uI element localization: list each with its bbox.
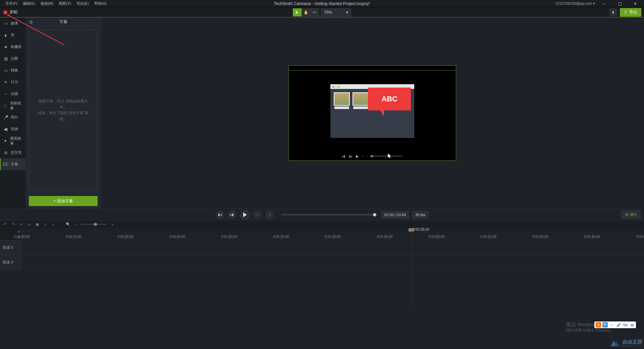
- copy-button[interactable]: ▭: [27, 222, 32, 227]
- marker-button[interactable]: ▪: [51, 222, 56, 227]
- ruler-tick-label: 0:00:00;00: [14, 235, 30, 239]
- sidebar-label: 旁白: [11, 115, 18, 120]
- split-button[interactable]: ⫽: [43, 222, 48, 227]
- zoom-out-button[interactable]: −: [73, 222, 78, 227]
- traffic-red-icon: [332, 86, 334, 88]
- mini-prev-frame[interactable]: ◂▮: [342, 154, 345, 158]
- crop-tool[interactable]: ✂: [310, 8, 319, 16]
- hand-tool[interactable]: ✋: [302, 8, 310, 16]
- sidebar-item-audio-effects[interactable]: ◀)音效: [0, 123, 26, 135]
- sidebar-item-media[interactable]: ▭媒体: [0, 17, 26, 29]
- sidebar-label: 行为: [11, 80, 18, 85]
- window-minimize-button[interactable]: ─: [598, 0, 610, 7]
- track-body-5[interactable]: [22, 240, 644, 255]
- mini-play[interactable]: ▶: [356, 154, 359, 158]
- export-button[interactable]: ⇧ 导出: [620, 8, 641, 17]
- menu-modify[interactable]: 修改(M): [38, 1, 56, 6]
- captions-dropzone[interactable]: 创建字幕，导入 或拖放标题文件。 或者，单击下面的"添加字幕"按钮。: [29, 30, 98, 191]
- sidebar-item-annotations[interactable]: ▤注释: [0, 53, 26, 64]
- user-account[interactable]: 2215788156@qq.com ▾: [556, 1, 595, 6]
- sidebar-item-captions[interactable]: CC字幕: [0, 158, 26, 170]
- preview-canvas[interactable]: ABC ◂▮ ▮▸ ▶ ‹ ›: [288, 65, 456, 161]
- cut-button[interactable]: ✂: [19, 222, 23, 227]
- canvas-area: ABC ◂▮ ▮▸ ▶ ‹ ›: [101, 17, 644, 209]
- sidebar-item-interactivity[interactable]: ⧉交互性: [0, 147, 26, 158]
- paste-button[interactable]: ▣: [35, 222, 40, 227]
- sidebar-item-narration[interactable]: 🎤旁白: [0, 111, 26, 123]
- watermark-logo-icon: [610, 338, 621, 348]
- select-tool[interactable]: [293, 8, 302, 16]
- ime-voice-icon[interactable]: 🎤: [616, 322, 621, 328]
- timeline-ruler[interactable]: 0:00:00;000:00:15;000:00:30;000:00:45;00…: [22, 228, 644, 240]
- mini-next[interactable]: ›: [366, 154, 367, 158]
- slider-handle[interactable]: [373, 213, 376, 216]
- ruler-tick-label: 0:02:15;00: [481, 235, 496, 239]
- mini-next-frame[interactable]: ▮▸: [349, 154, 353, 158]
- toolbar: 录制 ✋ ✂ 75% ▾ ⬇ ⇧ 导出: [0, 7, 644, 17]
- menu-view[interactable]: 视图(V): [56, 1, 74, 6]
- undo-button[interactable]: ↶: [3, 222, 7, 227]
- gear-icon[interactable]: ✿: [30, 20, 33, 24]
- ime-menu-icon[interactable]: ▦: [629, 322, 635, 328]
- behavior-icon: •ı: [3, 80, 8, 85]
- timeline-zoom-slider[interactable]: [80, 224, 107, 225]
- redo-button[interactable]: ↷: [11, 222, 15, 227]
- dropzone-text: 创建字幕，导入 或拖放标题文件。 或者，单击下面的"添加字幕"按钮。: [36, 98, 91, 122]
- add-caption-button[interactable]: + 添加字幕: [29, 196, 98, 206]
- sidebar-item-visual-effects[interactable]: ✦视觉效果: [0, 135, 26, 147]
- sidebar-item-transitions[interactable]: ▭转换: [0, 64, 26, 76]
- ime-logo-icon: S: [596, 322, 601, 328]
- add-caption-label: + 添加字幕: [53, 198, 73, 204]
- play-button[interactable]: [240, 210, 250, 220]
- window-close-button[interactable]: ✕: [629, 0, 641, 7]
- sidebar-label: 转换: [11, 68, 18, 73]
- playhead[interactable]: 0:01:55;16: [411, 228, 412, 307]
- audio-icon: ◀): [3, 127, 8, 132]
- playback-slider[interactable]: [281, 214, 375, 215]
- mini-volume-slider[interactable]: [371, 156, 403, 157]
- ime-punct-icon[interactable]: •,: [609, 322, 614, 328]
- sidebar-item-cursor-effects[interactable]: ◌光标效果: [0, 100, 26, 111]
- ime-lang-toggle[interactable]: 中: [602, 322, 608, 328]
- track-head-5[interactable]: 轨道 5: [0, 240, 22, 255]
- ime-toolbar[interactable]: S 中 •, 🎤 ⌨ ▦: [594, 321, 636, 328]
- sidebar-item-behaviors[interactable]: •ı行为: [0, 76, 26, 88]
- next-frame-button[interactable]: ›: [265, 210, 274, 219]
- zoom-handle[interactable]: [94, 223, 97, 226]
- traffic-green-icon: [338, 86, 339, 88]
- fps-display: 30 fps: [412, 211, 428, 218]
- sidebar-item-library[interactable]: ∎库: [0, 29, 26, 41]
- download-button[interactable]: ⬇: [609, 8, 617, 16]
- properties-button[interactable]: ✿ 属性: [622, 210, 641, 219]
- mini-prev[interactable]: ‹: [362, 154, 363, 158]
- prev-frame-button[interactable]: ‹: [253, 210, 262, 219]
- menu-edit[interactable]: 编辑(E): [20, 1, 38, 6]
- watermark-brand: 自由互联: [622, 339, 642, 345]
- zoom-select[interactable]: 75% ▾: [321, 8, 351, 16]
- track-body-4[interactable]: [22, 255, 644, 269]
- menu-file[interactable]: 文件(F): [3, 1, 20, 6]
- prev-clip-button[interactable]: ▮◂: [216, 210, 224, 219]
- track-head-4[interactable]: 轨道 4: [0, 255, 22, 269]
- app-title: TechSmith Camtasia - Getting-Started-Pro…: [274, 1, 370, 6]
- media-icon: ▭: [3, 21, 8, 26]
- menu-help[interactable]: 帮助(H): [92, 1, 109, 6]
- window-maximize-button[interactable]: ▢: [614, 0, 626, 7]
- sidebar-item-favorites[interactable]: ★收藏夹: [0, 41, 26, 53]
- ruler-tick-label: 0:00:45;00: [169, 235, 185, 239]
- record-button[interactable]: 录制: [0, 9, 21, 15]
- menu-export[interactable]: 导出(E): [74, 1, 92, 6]
- sidebar-label: 光标效果: [10, 101, 22, 111]
- ruler-tick-label: 0:00:15;00: [66, 235, 82, 239]
- export-label: 导出: [629, 9, 637, 15]
- annotation-icon: ▤: [3, 56, 8, 61]
- sidebar-item-animations[interactable]: →动画: [0, 88, 26, 100]
- add-track-button[interactable]: +: [17, 229, 20, 234]
- sidebar: ▭媒体 ∎库 ★收藏夹 ▤注释 ▭转换 •ı行为 →动画 ◌光标效果 🎤旁白 ◀…: [0, 17, 26, 209]
- canvas-selection-bar: [289, 66, 456, 70]
- watermark-url: www.t7.com: [622, 345, 642, 348]
- zoom-in-button[interactable]: +: [110, 222, 115, 227]
- next-clip-button[interactable]: ▸▮: [228, 210, 236, 219]
- ime-keyboard-icon[interactable]: ⌨: [623, 322, 628, 328]
- embedded-player-controls: ◂▮ ▮▸ ▶ ‹ ›: [289, 152, 456, 160]
